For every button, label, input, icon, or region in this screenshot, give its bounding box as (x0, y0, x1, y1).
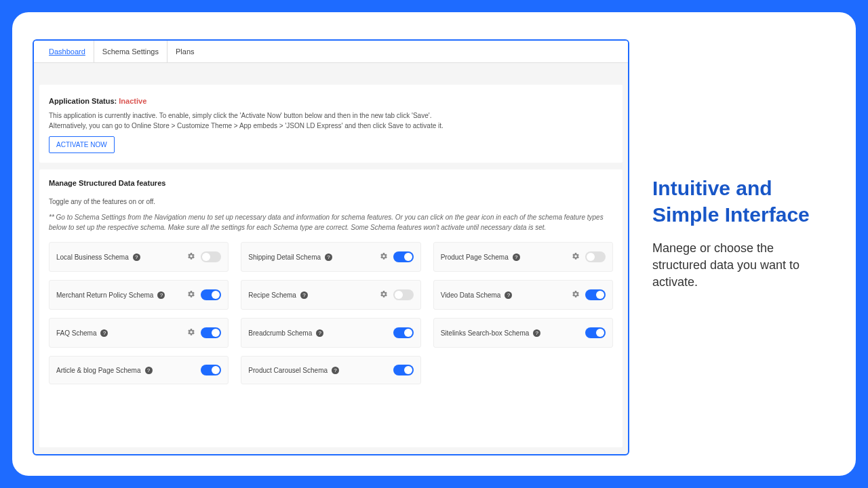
feature-toggle[interactable] (201, 289, 221, 300)
help-icon[interactable]: ? (133, 253, 140, 261)
help-icon[interactable]: ? (505, 291, 512, 299)
feature-label: Breadcrumb Schema (248, 329, 312, 337)
tab-schema-settings[interactable]: Schema Settings (94, 41, 167, 62)
feature-card: Sitelinks Search-box Schema? (433, 318, 613, 348)
tab-plans[interactable]: Plans (167, 41, 203, 62)
feature-card: FAQ Schema? (49, 318, 229, 348)
feature-label: Article & blog Page Schema (56, 367, 141, 374)
gear-icon[interactable] (187, 289, 195, 301)
help-icon[interactable]: ? (300, 291, 308, 299)
feature-label: Merchant Return Policy Schema (56, 291, 153, 299)
feature-label: Video Data Schema (441, 291, 501, 299)
banner-gap (34, 63, 628, 85)
help-icon[interactable]: ? (513, 253, 520, 261)
tab-dashboard[interactable]: Dashboard (41, 41, 94, 62)
feature-card: Product Carousel Schema? (241, 356, 420, 384)
feature-toggle[interactable] (585, 327, 606, 338)
help-icon[interactable]: ? (145, 367, 153, 374)
features-subtitle: Toggle any of the features on or off. (49, 198, 613, 205)
feature-toggle[interactable] (201, 365, 221, 375)
feature-card: Merchant Return Policy Schema? (49, 280, 229, 310)
feature-label: Product Page Schema (441, 253, 509, 261)
tab-bar: Dashboard Schema Settings Plans (34, 41, 628, 63)
features-panel: Manage Structured Data features Toggle a… (39, 169, 623, 447)
help-icon[interactable]: ? (316, 329, 323, 337)
feature-card: Breadcrumb Schema? (241, 318, 420, 348)
feature-card: Local Business Schema? (49, 242, 229, 272)
feature-toggle[interactable] (585, 289, 606, 300)
feature-card: Product Page Schema? (433, 242, 613, 272)
feature-card: Article & blog Page Schema? (49, 356, 229, 384)
status-panel: Application Status: Inactive This applic… (39, 85, 623, 163)
feature-toggle[interactable] (393, 365, 414, 375)
feature-label: Local Business Schema (56, 253, 129, 261)
feature-card: Shipping Detail Schema? (241, 242, 420, 272)
feature-toggle[interactable] (585, 251, 606, 262)
outer-card: Dashboard Schema Settings Plans Applicat… (12, 12, 856, 476)
feature-grid: Local Business Schema?Shipping Detail Sc… (49, 242, 613, 384)
status-value: Inactive (119, 97, 146, 105)
status-label: Application Status: (49, 97, 119, 105)
status-desc-2: Alternatively, you can go to Online Stor… (49, 121, 613, 131)
status-desc-1: This application is currently inactive. … (49, 110, 613, 121)
feature-toggle[interactable] (393, 289, 414, 300)
feature-label: Recipe Schema (248, 291, 296, 299)
gear-icon[interactable] (187, 327, 195, 339)
side-text: Intuitive and Simple Interface Manege or… (646, 39, 835, 455)
app-frame: Dashboard Schema Settings Plans Applicat… (33, 39, 629, 455)
feature-card: Video Data Schema? (433, 280, 613, 310)
help-icon[interactable]: ? (332, 367, 339, 374)
feature-toggle[interactable] (201, 251, 221, 262)
gear-icon[interactable] (380, 289, 388, 301)
help-icon[interactable]: ? (325, 253, 332, 261)
feature-label: Sitelinks Search-box Schema (441, 329, 530, 337)
gear-icon[interactable] (572, 289, 580, 301)
side-desc: Manege or choose the structured data you… (652, 240, 829, 291)
help-icon[interactable]: ? (100, 329, 108, 337)
help-icon[interactable]: ? (533, 329, 540, 337)
help-icon[interactable]: ? (157, 291, 165, 299)
feature-label: Shipping Detail Schema (248, 253, 321, 261)
feature-toggle[interactable] (393, 251, 414, 262)
feature-toggle[interactable] (393, 327, 414, 338)
gear-icon[interactable] (572, 251, 580, 263)
side-title: Intuitive and Simple Interface (652, 175, 829, 228)
gear-icon[interactable] (380, 251, 388, 263)
feature-toggle[interactable] (201, 327, 221, 338)
feature-card: Recipe Schema? (241, 280, 420, 310)
activate-now-button[interactable]: ACTIVATE NOW (49, 136, 115, 153)
feature-label: FAQ Schema (56, 329, 96, 337)
features-note: ** Go to Schema Settings from the Naviga… (49, 212, 613, 232)
features-title: Manage Structured Data features (49, 179, 613, 187)
feature-label: Product Carousel Schema (248, 367, 328, 374)
gear-icon[interactable] (187, 251, 195, 263)
